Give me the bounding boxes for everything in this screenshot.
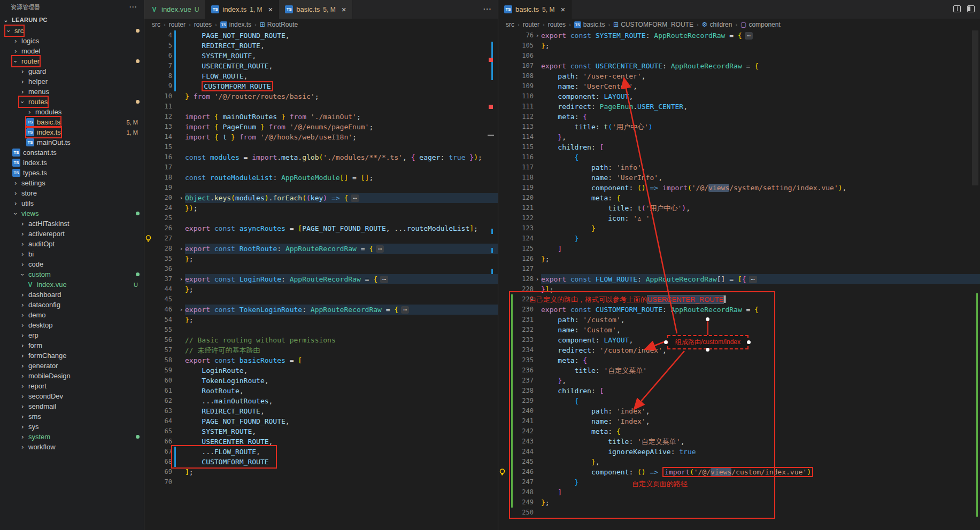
tree-item-utils[interactable]: ›utils: [0, 198, 144, 208]
code-area-right[interactable]: 76›export const SYSTEM_ROUTE: AppRouteRe…: [498, 30, 980, 518]
folded-code-ellipsis[interactable]: ⋯: [745, 32, 753, 40]
code-line-235[interactable]: 235 meta: {: [498, 355, 980, 365]
fold-chevron-icon[interactable]: ›: [178, 274, 185, 284]
tree-item-logics[interactable]: ›logics: [0, 36, 144, 46]
breadcrumb-item-children[interactable]: ⚙children: [702, 21, 732, 28]
tree-item-generator[interactable]: ›generator: [0, 361, 144, 371]
tree-item-constant.ts[interactable]: TSconstant.ts: [0, 147, 144, 158]
tree-item-index.ts[interactable]: TSindex.ts1, M: [0, 127, 144, 137]
tree-item-activereport[interactable]: ›activereport: [0, 229, 144, 239]
code-line-60[interactable]: 60 TokenLoginRoute,: [144, 376, 498, 386]
customize-layout-icon[interactable]: [967, 5, 975, 12]
code-line-35[interactable]: 35};: [144, 254, 498, 264]
code-line-125[interactable]: 125 ]: [498, 244, 980, 254]
tree-item-sys[interactable]: ›sys: [0, 422, 144, 432]
breadcrumb-item-src[interactable]: src: [152, 21, 160, 28]
tree-item-system[interactable]: ›system: [0, 432, 144, 442]
tree-item-guard[interactable]: ›guard: [0, 66, 144, 76]
workspace-section-header[interactable]: ⌄ LEARUN PC: [0, 14, 144, 26]
fold-chevron-icon[interactable]: ›: [534, 274, 541, 284]
code-line-241[interactable]: 241 name: 'Index',: [498, 416, 980, 426]
code-line-236[interactable]: 236 title: '自定义菜单': [498, 365, 980, 376]
code-line-36[interactable]: 36: [144, 264, 498, 274]
code-line-46[interactable]: 46›export const TokenLoginRoute: AppRout…: [144, 305, 498, 315]
code-line-115[interactable]: 115 children: [: [498, 142, 980, 152]
code-line-243[interactable]: 243 title: '自定义菜单',: [498, 437, 980, 447]
code-line-19[interactable]: 19: [144, 183, 498, 193]
code-line-76[interactable]: 76›export const SYSTEM_ROUTE: AppRouteRe…: [498, 30, 980, 41]
code-line-4[interactable]: 4 PAGE_NOT_FOUND_ROUTE,: [144, 30, 498, 41]
code-line-20[interactable]: 20›Object.keys(modules).forEach((key) =>…: [144, 193, 498, 203]
code-line-232[interactable]: 232 name: 'Custom',: [498, 325, 980, 335]
tree-item-dashboard[interactable]: ›dashboard: [0, 290, 144, 300]
code-line-37[interactable]: 37›export const LoginRoute: AppRouteReco…: [144, 274, 498, 284]
code-line-27[interactable]: 27: [144, 233, 498, 244]
code-line-231[interactable]: 231 path: '/custom',: [498, 315, 980, 325]
code-line-239[interactable]: 239 {: [498, 396, 980, 406]
tree-item-routes[interactable]: ›routes: [0, 97, 144, 107]
breadcrumb-item-src[interactable]: src: [506, 21, 514, 28]
tab-index.vue[interactable]: Vindex.vueU: [144, 0, 205, 19]
code-line-9[interactable]: 9 CUSTOMFORM_ROUTE: [144, 81, 498, 91]
tree-item-src[interactable]: ›src: [0, 26, 144, 36]
breadcrumb-item-component[interactable]: ▢component: [740, 21, 781, 28]
code-line-44[interactable]: 44};: [144, 284, 498, 294]
tree-item-workflow[interactable]: ›workflow: [0, 442, 144, 452]
code-line-12[interactable]: 12import { mainOutRoutes } from './mainO…: [144, 112, 498, 122]
code-line-105[interactable]: 105};: [498, 41, 980, 51]
code-line-54[interactable]: 54};: [144, 315, 498, 325]
folded-code-ellipsis[interactable]: ⋯: [401, 306, 409, 314]
folded-code-ellipsis[interactable]: ⋯: [749, 276, 757, 283]
code-line-238[interactable]: 238 children: [: [498, 386, 980, 396]
code-line-68[interactable]: 68 CUSTOMFORM_ROUTE: [144, 457, 498, 467]
breadcrumb-item-routes[interactable]: routes: [194, 21, 212, 28]
code-line-127[interactable]: 127: [498, 264, 980, 274]
code-line-240[interactable]: 240 path: 'index',: [498, 406, 980, 416]
code-line-16[interactable]: 16const modules = import.meta.glob('./mo…: [144, 152, 498, 162]
tree-item-helper[interactable]: ›helper: [0, 76, 144, 87]
tab-index.ts[interactable]: TSindex.ts1, M×: [205, 0, 279, 19]
code-line-121[interactable]: 121 title: t('用户中心'),: [498, 203, 980, 213]
code-line-124[interactable]: 124 }: [498, 233, 980, 244]
code-line-14[interactable]: 14import { t } from '/@/hooks/web/useI18…: [144, 132, 498, 142]
code-line-7[interactable]: 7 USERCENTER_ROUTE,: [144, 61, 498, 71]
tree-item-demo[interactable]: ›demo: [0, 310, 144, 320]
tree-item-mainOut.ts[interactable]: TSmainOut.ts: [0, 137, 144, 147]
tree-item-erp[interactable]: ›erp: [0, 330, 144, 340]
tree-item-types.ts[interactable]: TStypes.ts: [0, 168, 144, 178]
tree-item-model[interactable]: ›model: [0, 46, 144, 56]
code-line-234[interactable]: 234 redirect: '/custom/index',: [498, 345, 980, 355]
code-line-8[interactable]: 8 FLOW_ROUTE,: [144, 71, 498, 81]
folded-code-ellipsis[interactable]: ⋯: [351, 194, 359, 202]
fold-chevron-icon[interactable]: ›: [534, 30, 541, 41]
code-line-65[interactable]: 65 SYSTEM_ROUTE,: [144, 426, 498, 437]
tree-item-formChange[interactable]: ›formChange: [0, 350, 144, 361]
code-line-108[interactable]: 108 path: '/user-center',: [498, 71, 980, 81]
tree-item-auditOpt[interactable]: ›auditOpt: [0, 239, 144, 249]
code-line-10[interactable]: 10} from '/@/router/routes/basic';: [144, 91, 498, 102]
code-line-230[interactable]: 230export const CUSTOMFORM_ROUTE: AppRou…: [498, 305, 980, 315]
code-line-244[interactable]: 244 ignoreKeepAlive: true: [498, 447, 980, 457]
code-line-111[interactable]: 111 redirect: PageEnum.USER_CENTER,: [498, 102, 980, 112]
code-line-64[interactable]: 64 PAGE_NOT_FOUND_ROUTE,: [144, 416, 498, 426]
tree-item-router[interactable]: ›router: [0, 56, 144, 66]
tree-item-mobileDesign[interactable]: ›mobileDesign: [0, 371, 144, 381]
code-line-128[interactable]: 128›export const FLOW_ROUTE: AppRouteRec…: [498, 274, 980, 284]
code-line-25[interactable]: 25: [144, 213, 498, 223]
code-line-18[interactable]: 18const routeModuleList: AppRouteModule[…: [144, 173, 498, 183]
tree-item-sms[interactable]: ›sms: [0, 411, 144, 422]
tree-item-desktop[interactable]: ›desktop: [0, 320, 144, 330]
tree-item-secondDev[interactable]: ›secondDev: [0, 391, 144, 401]
fold-chevron-icon[interactable]: ›: [178, 193, 185, 203]
code-line-66[interactable]: 66 USERCENTER_ROUTE,: [144, 437, 498, 447]
code-line-26[interactable]: 26export const asyncRoutes = [PAGE_NOT_F…: [144, 223, 498, 233]
folded-code-ellipsis[interactable]: ⋯: [380, 276, 388, 283]
code-line-112[interactable]: 112 meta: {: [498, 112, 980, 122]
code-line-233[interactable]: 233 component: LAYOUT,: [498, 335, 980, 345]
code-line-106[interactable]: 106: [498, 51, 980, 61]
code-line-110[interactable]: 110 component: LAYOUT,: [498, 91, 980, 102]
code-line-15[interactable]: 15: [144, 142, 498, 152]
tree-item-report[interactable]: ›report: [0, 381, 144, 391]
code-line-119[interactable]: 119 component: () => import('/@/views/sy…: [498, 183, 980, 193]
code-line-122[interactable]: 122 icon: '♙ ': [498, 213, 980, 223]
